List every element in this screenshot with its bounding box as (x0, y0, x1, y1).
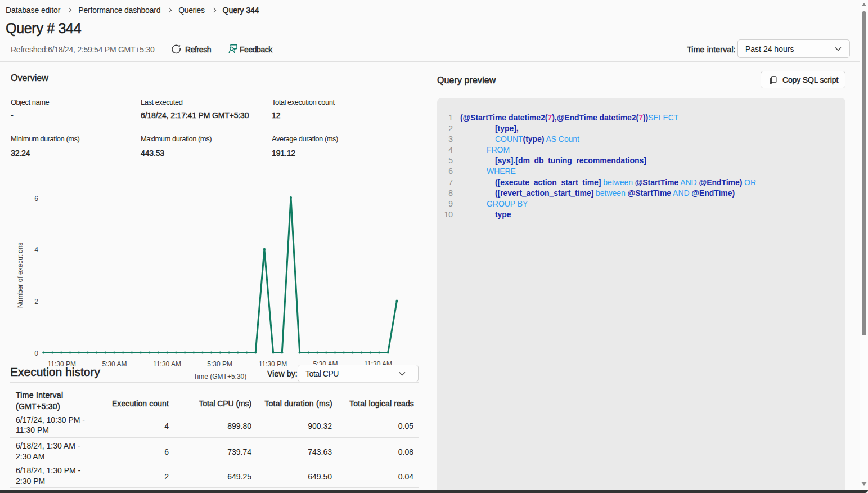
svg-text:Number of executions: Number of executions (16, 243, 24, 308)
svg-text:5:30 AM: 5:30 AM (102, 360, 127, 368)
svg-text:2: 2 (34, 298, 38, 306)
svg-text:Time (GMT+5:30): Time (GMT+5:30) (194, 373, 247, 380)
svg-text:0: 0 (34, 349, 38, 357)
svg-text:5:30 PM: 5:30 PM (207, 360, 232, 368)
svg-text:11:30 AM: 11:30 AM (153, 360, 181, 368)
svg-text:4: 4 (34, 246, 38, 254)
svg-text:11:30 PM: 11:30 PM (259, 360, 287, 368)
